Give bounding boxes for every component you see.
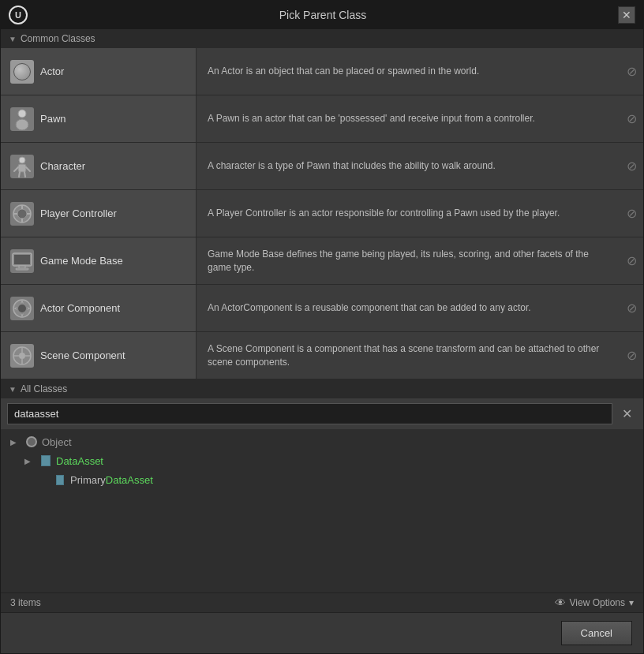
class-item-pawn-left: Pawn	[1, 95, 197, 142]
class-item-actor-component-left: Actor Component	[1, 285, 197, 331]
actor-desc: An Actor is an object that can be placed…	[197, 48, 620, 95]
class-item-scene-component-left: Scene Component	[1, 332, 197, 379]
common-classes-list: Actor An Actor is an object that can be …	[1, 48, 643, 379]
all-classes-section: ▼ All Classes ✕ ▶ Object ▶ DataA	[1, 379, 643, 612]
player-controller-desc: A Player Controller is an actor responsi…	[197, 190, 620, 237]
search-input[interactable]	[7, 403, 612, 424]
svg-line-8	[19, 172, 20, 177]
item-count: 3 items	[10, 597, 41, 608]
scene-component-desc: A Scene Component is a component that ha…	[197, 332, 620, 379]
tree-object-arrow: ▶	[10, 438, 21, 447]
svg-point-3	[16, 119, 28, 130]
tree-dataasset-label: DataAsset	[56, 455, 103, 467]
view-options-label: View Options	[570, 597, 625, 608]
class-item-actor-left: Actor	[1, 48, 197, 95]
class-item-game-mode-base-left: Game Mode Base	[1, 237, 197, 284]
svg-line-7	[26, 167, 30, 171]
scene-component-name: Scene Component	[40, 349, 125, 361]
view-options-arrow: ▾	[629, 597, 634, 608]
eye-icon: 👁	[555, 596, 566, 609]
character-name: Character	[40, 160, 85, 172]
class-item-actor[interactable]: Actor An Actor is an object that can be …	[1, 48, 643, 95]
actor-help-icon[interactable]: ⊘	[620, 48, 643, 95]
svg-rect-17	[14, 255, 30, 264]
actor-component-name: Actor Component	[40, 302, 120, 314]
pawn-name: Pawn	[40, 113, 66, 125]
player-controller-name: Player Controller	[40, 207, 117, 219]
pawn-desc: A Pawn is an actor that can be 'possesse…	[197, 95, 620, 142]
character-icon	[10, 155, 34, 178]
pawn-icon	[10, 107, 34, 131]
ue-logo: U	[9, 6, 28, 24]
tree-item-object[interactable]: ▶ Object	[7, 432, 637, 451]
dialog: U Pick Parent Class ✕ ▼ Common Classes A…	[0, 0, 644, 654]
footer: Cancel	[1, 612, 643, 653]
class-item-scene-component[interactable]: Scene Component A Scene Component is a c…	[1, 332, 643, 379]
close-button[interactable]: ✕	[618, 6, 635, 24]
actor-component-desc: An ActorComponent is a reusable componen…	[197, 285, 620, 331]
tree-view: ▶ Object ▶ DataAsset	[1, 429, 643, 592]
game-mode-base-icon	[10, 249, 34, 273]
class-item-character-left: Character	[1, 143, 197, 189]
actor-icon	[10, 60, 34, 84]
tree-item-dataasset[interactable]: ▶ DataAsset	[21, 451, 637, 470]
player-controller-help-icon[interactable]: ⊘	[620, 190, 643, 237]
tree-object-label: Object	[42, 436, 72, 448]
tree-primary-dataasset-icon	[53, 473, 67, 487]
svg-point-21	[18, 305, 26, 312]
svg-point-2	[18, 110, 26, 118]
tree-item-primary-dataasset[interactable]: PrimaryDataAsset	[36, 470, 637, 489]
svg-rect-19	[16, 268, 28, 270]
svg-point-4	[19, 157, 25, 163]
class-item-player-controller[interactable]: Player Controller A Player Controller is…	[1, 190, 643, 237]
cancel-button[interactable]: Cancel	[561, 621, 632, 645]
svg-line-6	[14, 167, 18, 171]
scene-component-help-icon[interactable]: ⊘	[620, 332, 643, 379]
tree-dataasset-arrow: ▶	[24, 457, 36, 465]
svg-line-9	[24, 172, 25, 177]
class-item-player-controller-left: Player Controller	[1, 190, 197, 237]
character-help-icon[interactable]: ⊘	[620, 143, 643, 189]
actor-name: Actor	[40, 65, 64, 77]
all-classes-arrow: ▼	[9, 385, 17, 394]
game-mode-base-name: Game Mode Base	[40, 255, 123, 267]
all-classes-header: ▼ All Classes	[1, 379, 643, 398]
class-item-pawn[interactable]: Pawn A Pawn is an actor that can be 'pos…	[1, 95, 643, 143]
svg-rect-5	[18, 164, 26, 172]
all-classes-label: All Classes	[21, 383, 67, 394]
game-mode-base-desc: Game Mode Base defines the game being pl…	[197, 237, 620, 284]
class-item-actor-component[interactable]: Actor Component An ActorComponent is a r…	[1, 285, 643, 332]
player-controller-icon	[10, 202, 34, 226]
status-bar: 3 items 👁 View Options ▾	[1, 592, 643, 612]
view-options-button[interactable]: 👁 View Options ▾	[555, 596, 634, 609]
pawn-help-icon[interactable]: ⊘	[620, 95, 643, 142]
search-clear-button[interactable]: ✕	[617, 405, 637, 423]
actor-component-icon	[10, 297, 34, 320]
actor-component-help-icon[interactable]: ⊘	[620, 285, 643, 331]
class-item-character[interactable]: Character A character is a type of Pawn …	[1, 143, 643, 190]
common-classes-label: Common Classes	[21, 33, 95, 44]
tree-dataasset-icon	[39, 454, 53, 468]
common-classes-arrow: ▼	[9, 35, 17, 43]
tree-primary-dataasset-label: PrimaryDataAsset	[70, 474, 153, 486]
svg-point-11	[17, 209, 27, 219]
common-classes-header: ▼ Common Classes	[1, 29, 643, 48]
class-item-game-mode-base[interactable]: Game Mode Base Game Mode Base defines th…	[1, 237, 643, 285]
svg-text:U: U	[15, 10, 21, 20]
svg-point-23	[19, 353, 25, 359]
game-mode-base-help-icon[interactable]: ⊘	[620, 237, 643, 284]
search-bar: ✕	[1, 398, 643, 429]
tree-object-icon	[24, 435, 39, 449]
dialog-title: Pick Parent Class	[28, 9, 618, 21]
character-desc: A character is a type of Pawn that inclu…	[197, 143, 620, 189]
title-bar: U Pick Parent Class ✕	[1, 1, 643, 29]
scene-component-icon	[10, 344, 34, 368]
